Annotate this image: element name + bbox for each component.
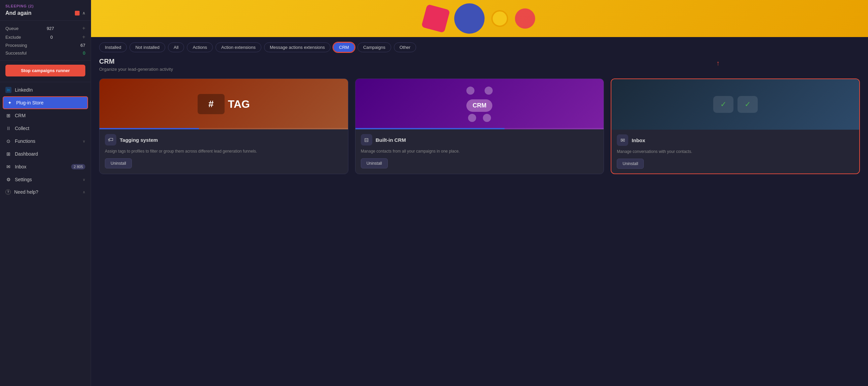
sidebar-item-label-need-help: Need help?: [14, 189, 38, 195]
hero-decoration: [424, 3, 535, 34]
stat-row-processing: Processing 67: [5, 41, 85, 49]
stat-label-exclude: Exclude: [5, 35, 21, 40]
tagging-progress-bar: [99, 128, 348, 129]
crm-icon: ⊞: [5, 112, 11, 119]
tag-label: TAG: [228, 98, 250, 110]
inbox-visual: ✓ ✓: [713, 96, 758, 113]
tagging-icon-row: 🏷 Tagging system: [105, 134, 343, 146]
tagging-card-name: Tagging system: [120, 137, 158, 143]
filter-tab-campaigns[interactable]: Campaigns: [357, 42, 391, 52]
filter-tab-message-actions-extensions[interactable]: Message actions extensions: [264, 42, 330, 52]
crm-visual: CRM: [466, 87, 493, 122]
crm-icon-row: ⊟ Built-in CRM: [361, 134, 599, 146]
crm-person-bottom-left: [468, 114, 476, 122]
inbox-check-icon-2: ✓: [737, 96, 758, 113]
stat-row-successful: Successful 0: [5, 49, 85, 57]
section-subtitle: Organize your lead-generation activity: [99, 67, 860, 72]
stop-campaigns-button[interactable]: Stop campaigns runner: [5, 65, 85, 76]
sidebar-header: SLEEPING (2) And again ∧: [0, 0, 91, 21]
chevron-settings-icon: ∨: [83, 178, 85, 182]
inbox-card-name: Inbox: [632, 137, 645, 143]
plugin-image-inbox: ✓ ✓: [611, 79, 859, 130]
stat-label-processing: Processing: [5, 43, 27, 48]
sidebar-item-label-crm: CRM: [15, 113, 26, 118]
linkedin-icon: in: [5, 87, 11, 93]
tagging-card-icon: 🏷: [105, 134, 116, 146]
help-icon: ?: [5, 189, 11, 195]
settings-icon: ⚙: [5, 176, 11, 183]
sidebar-item-settings[interactable]: ⚙ Settings ∨: [0, 173, 91, 186]
crm-person-bottom-right: [483, 114, 491, 122]
inbox-check-icon-1: ✓: [713, 96, 733, 113]
hero-shape-4: [515, 8, 535, 29]
sidebar-item-dashboard[interactable]: ⊞ Dashboard: [0, 148, 91, 160]
chevron-down-icon: ∨: [83, 139, 85, 143]
crm-uninstall-button[interactable]: Uninstall: [361, 158, 388, 168]
crm-progress-bar: [355, 128, 604, 129]
main-content: Installed Not installed All Actions Acti…: [91, 0, 868, 386]
sidebar-item-label-inbox: Inbox: [15, 164, 26, 169]
sidebar-item-linkedin[interactable]: in LinkedIn: [0, 84, 91, 96]
filter-tab-all[interactable]: All: [168, 42, 184, 52]
tagging-progress-fill: [99, 128, 199, 129]
stat-value-processing: 67: [81, 43, 85, 48]
stats-section: Queue 927 + Exclude 0 + Processing 67 Su…: [0, 21, 91, 61]
sidebar-item-need-help[interactable]: ? Need help? ∧: [0, 186, 91, 198]
filter-tab-crm[interactable]: CRM: [333, 42, 355, 52]
stat-value-successful: 0: [83, 51, 85, 56]
crm-center-label: CRM: [466, 99, 492, 112]
plugin-card-tagging-system: # TAG 🏷 Tagging system Assign tags to pr…: [99, 78, 348, 174]
tag-visual: # TAG: [198, 94, 250, 114]
stat-label-queue: Queue: [5, 26, 19, 31]
sidebar-item-inbox[interactable]: ✉ Inbox 2 805: [0, 160, 91, 173]
crm-people-bottom: [468, 114, 491, 122]
inbox-icon-row: ✉ Inbox: [617, 134, 854, 146]
sidebar-item-collect[interactable]: ⁞⁞ Collect: [0, 122, 91, 135]
sidebar-item-plugin-store[interactable]: ✦ Plug-in Store: [3, 96, 88, 109]
crm-card-name: Built-in CRM: [376, 137, 406, 143]
status-indicator: [75, 11, 80, 15]
chevron-up-icon: ∧: [82, 11, 85, 15]
tagging-card-body: 🏷 Tagging system Assign tags to profiles…: [99, 129, 348, 173]
hero-shape-3: [491, 10, 508, 27]
filter-tab-action-extensions[interactable]: Action extensions: [215, 42, 261, 52]
sidebar-item-label-collect: Collect: [15, 126, 29, 131]
sidebar-item-functions[interactable]: ⊙ Functions ∨: [0, 135, 91, 148]
filter-tab-other[interactable]: Other: [394, 42, 416, 52]
workspace-name: And again: [5, 10, 31, 16]
add-queue-button[interactable]: +: [82, 25, 85, 31]
sidebar-item-label-functions: Functions: [15, 138, 35, 144]
crm-person-left-top: [466, 87, 474, 95]
stat-row-exclude: Exclude 0 +: [5, 33, 85, 41]
plugin-card-built-in-crm: CRM ⊟ Built-in CRM Manag: [355, 78, 604, 174]
plugins-grid: # TAG 🏷 Tagging system Assign tags to pr…: [99, 78, 860, 174]
nav-divider-1: [0, 82, 91, 82]
filter-tab-installed[interactable]: Installed: [99, 42, 127, 52]
sidebar-item-label-settings: Settings: [15, 177, 32, 182]
stat-row-queue: Queue 927 +: [5, 24, 85, 33]
sidebar-item-label-plugin-store: Plug-in Store: [16, 100, 44, 105]
inbox-card-desc: Manage conversations with your contacts.: [617, 149, 854, 155]
hero-banner: [91, 0, 868, 37]
inbox-nav-icon: ✉: [5, 164, 11, 170]
crm-card-icon: ⊟: [361, 134, 372, 146]
crm-card-body: ⊟ Built-in CRM Manage contacts from all …: [355, 129, 604, 173]
filter-bar: Installed Not installed All Actions Acti…: [91, 37, 868, 58]
dashboard-icon: ⊞: [5, 151, 11, 157]
sidebar-item-label-dashboard: Dashboard: [15, 151, 38, 157]
chevron-help-icon: ∧: [83, 190, 85, 194]
plugin-card-inbox: ✓ ✓ ✉ Inbox Manage conversations with yo…: [611, 78, 860, 174]
stat-value-queue: 927: [47, 26, 54, 31]
sidebar-item-crm[interactable]: ⊞ CRM: [0, 109, 91, 122]
filter-tab-actions[interactable]: Actions: [187, 42, 213, 52]
functions-icon: ⊙: [5, 138, 11, 144]
inbox-uninstall-button[interactable]: Uninstall: [617, 159, 644, 169]
sidebar: SLEEPING (2) And again ∧ Queue 927 + Exc…: [0, 0, 91, 386]
inbox-card-body: ✉ Inbox Manage conversations with your c…: [611, 130, 859, 173]
add-exclude-button[interactable]: +: [82, 34, 85, 40]
sleeping-badge: SLEEPING (2): [5, 4, 85, 8]
plugin-image-crm: CRM: [355, 79, 604, 129]
tagging-uninstall-button[interactable]: Uninstall: [105, 158, 132, 168]
filter-tab-not-installed[interactable]: Not installed: [129, 42, 165, 52]
hero-shape-2: [454, 3, 485, 34]
